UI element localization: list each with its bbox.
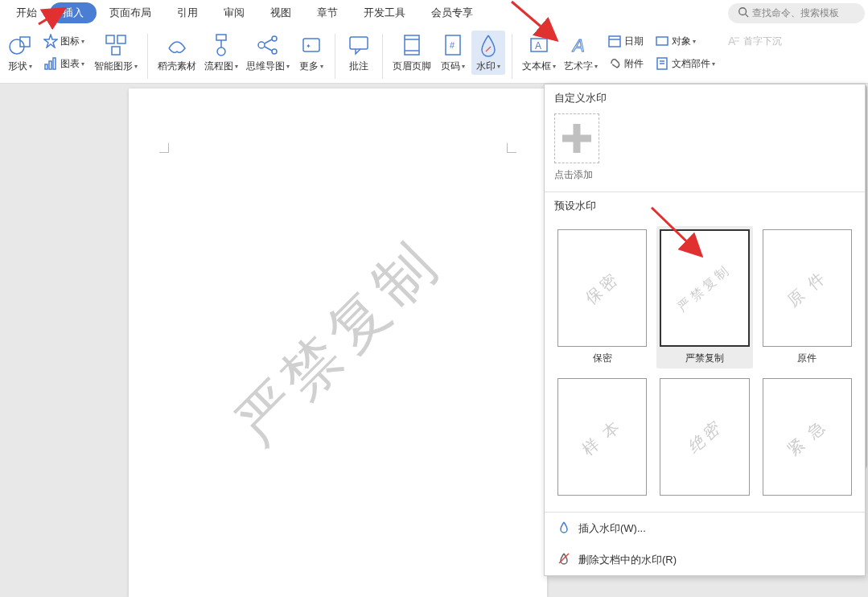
header-footer-label: 页眉页脚 bbox=[393, 60, 431, 73]
art-text-icon: A bbox=[568, 32, 594, 58]
chart-icon bbox=[43, 56, 58, 71]
search-placeholder: 查找命令、搜索模板 bbox=[752, 6, 839, 20]
drop-cap-icon: A bbox=[726, 34, 741, 48]
svg-text:A: A bbox=[535, 40, 541, 51]
svg-point-16 bbox=[272, 49, 277, 54]
watermark-dropdown: 自定义水印 点击添加 预设水印 保密 保密 严禁复制 严禁复制 原 件 原件 样… bbox=[544, 84, 866, 576]
search-icon bbox=[738, 6, 749, 20]
mindmap-button[interactable]: 思维导图 bbox=[243, 31, 293, 75]
tab-start[interactable]: 开始 bbox=[3, 2, 50, 23]
daoke-button[interactable]: 稻壳素材 bbox=[154, 31, 200, 75]
svg-rect-5 bbox=[45, 64, 47, 69]
drop-cap-label: 首字下沉 bbox=[743, 35, 782, 48]
daoke-icon bbox=[164, 32, 190, 58]
flowchart-icon bbox=[208, 32, 234, 58]
watermark-label: 水印 bbox=[476, 60, 500, 73]
header-footer-icon bbox=[399, 32, 425, 58]
star-icon bbox=[43, 34, 58, 48]
object-button[interactable]: 对象 bbox=[650, 31, 720, 51]
art-text-label: 艺术字 bbox=[564, 60, 598, 73]
tab-member[interactable]: 会员专享 bbox=[418, 2, 486, 23]
svg-text:✦: ✦ bbox=[306, 43, 311, 50]
preset-label-2: 原件 bbox=[797, 352, 817, 365]
watermark-icon bbox=[475, 32, 501, 58]
flowchart-button[interactable]: 流程图 bbox=[201, 31, 241, 75]
doc-parts-icon bbox=[655, 56, 669, 71]
preset-grid: 保密 保密 严禁复制 严禁复制 原 件 原件 样 本 绝密 紧 急 bbox=[545, 218, 865, 512]
tabs-row: 开始 插入 页面布局 引用 审阅 视图 章节 开发工具 会员专享 查找命令、搜索… bbox=[0, 0, 868, 26]
remove-watermark-label: 删除文档中的水印(R) bbox=[578, 553, 677, 567]
preset-label-1: 严禁复制 bbox=[685, 352, 724, 365]
date-icon bbox=[607, 34, 622, 48]
preset-item-3[interactable]: 样 本 bbox=[554, 375, 650, 504]
svg-line-18 bbox=[265, 47, 272, 51]
smart-shape-button[interactable]: 智能图形 bbox=[91, 31, 141, 75]
doc-parts-button[interactable]: 文档部件 bbox=[650, 53, 720, 74]
header-footer-button[interactable]: 页眉页脚 bbox=[389, 31, 434, 75]
attachment-button[interactable]: 附件 bbox=[603, 53, 648, 74]
shape-button[interactable]: 形状 bbox=[3, 31, 37, 75]
svg-point-15 bbox=[272, 36, 277, 41]
textbox-button[interactable]: A 文本框 bbox=[519, 31, 559, 75]
preset-item-0[interactable]: 保密 保密 bbox=[554, 226, 650, 368]
tab-section[interactable]: 章节 bbox=[304, 2, 351, 23]
annotate-icon bbox=[346, 32, 372, 58]
preset-item-5[interactable]: 紧 急 bbox=[759, 375, 855, 504]
tab-insert[interactable]: 插入 bbox=[50, 2, 97, 23]
preset-label-0: 保密 bbox=[593, 352, 612, 365]
page-number-icon: # bbox=[440, 32, 466, 58]
smart-shape-icon bbox=[103, 32, 129, 58]
watermark-button[interactable]: 水印 bbox=[471, 31, 505, 75]
preset-item-1[interactable]: 严禁复制 严禁复制 bbox=[656, 226, 752, 368]
svg-rect-33 bbox=[656, 37, 668, 45]
chart-button[interactable]: 图表 bbox=[39, 53, 89, 74]
preset-item-2[interactable]: 原 件 原件 bbox=[759, 226, 855, 368]
svg-rect-10 bbox=[112, 47, 120, 55]
drop-cap-button[interactable]: A 首字下沉 bbox=[722, 31, 787, 51]
svg-marker-4 bbox=[44, 35, 57, 47]
svg-rect-22 bbox=[405, 35, 419, 55]
svg-line-27 bbox=[486, 47, 491, 51]
tab-references[interactable]: 引用 bbox=[164, 2, 211, 23]
date-button[interactable]: 日期 bbox=[603, 31, 648, 51]
insert-watermark-icon bbox=[557, 521, 570, 536]
mindmap-icon bbox=[255, 32, 281, 58]
svg-line-17 bbox=[265, 39, 272, 43]
icon-button[interactable]: 图标 bbox=[39, 31, 89, 51]
preset-watermark-title: 预设水印 bbox=[545, 192, 865, 218]
document-page[interactable]: 严禁复制 bbox=[129, 89, 547, 597]
preset-item-4[interactable]: 绝密 bbox=[656, 375, 752, 504]
more-label: 更多 bbox=[299, 60, 323, 73]
object-icon bbox=[655, 34, 669, 48]
page-number-label: 页码 bbox=[441, 60, 465, 73]
insert-watermark-label: 插入水印(W)... bbox=[578, 521, 646, 536]
page-number-button[interactable]: # 页码 bbox=[436, 31, 470, 75]
search-box[interactable]: 查找命令、搜索模板 bbox=[728, 3, 865, 23]
svg-text:A: A bbox=[571, 35, 585, 56]
tab-dev-tools[interactable]: 开发工具 bbox=[351, 2, 418, 23]
annotate-button[interactable]: 批注 bbox=[342, 31, 376, 75]
ribbon: 形状 图标 图表 智能图形 稻壳素材 流程图 思维导图 bbox=[0, 26, 868, 84]
remove-watermark-action[interactable]: 删除文档中的水印(R) bbox=[545, 544, 865, 575]
tab-page-layout[interactable]: 页面布局 bbox=[97, 2, 164, 23]
add-watermark-label: 点击添加 bbox=[554, 168, 593, 182]
annotate-label: 批注 bbox=[349, 60, 368, 73]
tab-review[interactable]: 审阅 bbox=[211, 2, 257, 23]
svg-point-0 bbox=[739, 7, 747, 14]
more-button[interactable]: ✦ 更多 bbox=[294, 31, 328, 75]
shape-label: 形状 bbox=[8, 60, 32, 73]
tab-view[interactable]: 视图 bbox=[257, 2, 304, 23]
svg-rect-9 bbox=[117, 35, 125, 43]
art-text-button[interactable]: A 艺术字 bbox=[561, 31, 601, 75]
svg-text:#: # bbox=[450, 40, 455, 50]
attachment-label: 附件 bbox=[624, 57, 644, 71]
daoke-label: 稻壳素材 bbox=[158, 60, 196, 73]
more-icon: ✦ bbox=[298, 32, 324, 58]
document-watermark: 严禁复制 bbox=[220, 224, 456, 461]
doc-parts-label: 文档部件 bbox=[672, 57, 715, 71]
add-watermark-box[interactable] bbox=[554, 113, 599, 163]
svg-rect-11 bbox=[216, 35, 226, 40]
insert-watermark-action[interactable]: 插入水印(W)... bbox=[545, 513, 865, 544]
svg-rect-7 bbox=[53, 58, 56, 69]
custom-watermark-title: 自定义水印 bbox=[545, 84, 865, 110]
